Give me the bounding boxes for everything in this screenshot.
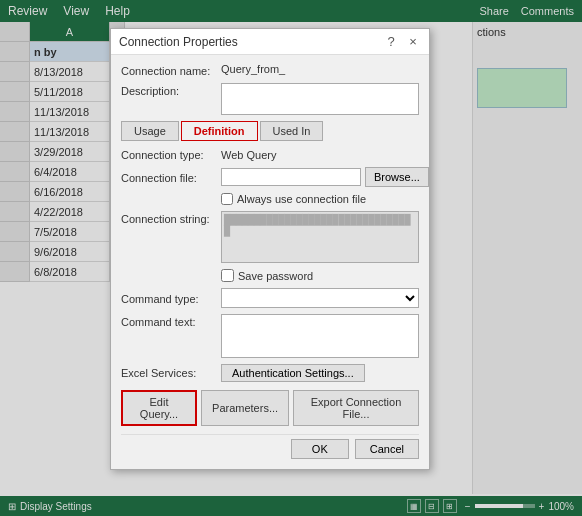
save-password-label: Save password xyxy=(238,270,313,282)
excel-services-label: Excel Services: xyxy=(121,367,221,379)
always-use-row: Always use connection file xyxy=(221,193,419,205)
connection-properties-dialog: Connection Properties ? × Connection nam… xyxy=(110,28,430,470)
connection-name-value: Query_from_ xyxy=(221,63,285,75)
auth-settings-button[interactable]: Authentication Settings... xyxy=(221,364,365,382)
dialog-help-button[interactable]: ? xyxy=(383,34,399,50)
command-text-label: Command text: xyxy=(121,314,221,328)
dialog-title-actions: ? × xyxy=(383,34,421,50)
ok-cancel-row: OK Cancel xyxy=(121,434,419,461)
description-row: Description: xyxy=(121,83,419,115)
connection-string-label: Connection string: xyxy=(121,211,221,225)
dialog-tabs: Usage Definition Used In xyxy=(121,121,419,141)
connection-type-label: Connection type: xyxy=(121,149,221,161)
tab-used-in[interactable]: Used In xyxy=(260,121,324,141)
always-use-checkbox[interactable] xyxy=(221,193,233,205)
connection-string-area[interactable]: ████████████████████████████████ xyxy=(221,211,419,263)
command-text-row: Command text: xyxy=(121,314,419,358)
connection-name-label: Connection name: xyxy=(121,63,221,77)
dialog-body: Connection name: Query_from_ Description… xyxy=(111,55,429,469)
save-password-row: Save password xyxy=(121,269,419,282)
dialog-close-button[interactable]: × xyxy=(405,34,421,50)
tab-usage[interactable]: Usage xyxy=(121,121,179,141)
command-type-select[interactable] xyxy=(221,288,419,308)
save-password-checkbox[interactable] xyxy=(221,269,234,282)
connection-file-label: Connection file: xyxy=(121,170,221,184)
export-button[interactable]: Export Connection File... xyxy=(293,390,419,426)
bottom-buttons-row: Edit Query... Parameters... Export Conne… xyxy=(121,390,419,426)
dialog-title: Connection Properties xyxy=(119,35,238,49)
browse-button[interactable]: Browse... xyxy=(365,167,429,187)
parameters-button[interactable]: Parameters... xyxy=(201,390,289,426)
connection-file-input[interactable] xyxy=(221,168,361,186)
description-input[interactable] xyxy=(221,83,419,115)
command-type-label: Command type: xyxy=(121,291,221,305)
connection-name-row: Connection name: Query_from_ xyxy=(121,63,419,77)
command-text-area[interactable] xyxy=(221,314,419,358)
connection-type-row: Connection type: Web Query xyxy=(121,149,419,161)
always-use-label: Always use connection file xyxy=(237,193,366,205)
connection-file-row: Connection file: Browse... xyxy=(121,167,419,187)
excel-services-row: Excel Services: Authentication Settings.… xyxy=(121,364,419,382)
tab-definition[interactable]: Definition xyxy=(181,121,258,141)
command-type-row: Command type: xyxy=(121,288,419,308)
edit-query-button[interactable]: Edit Query... xyxy=(121,390,197,426)
ok-button[interactable]: OK xyxy=(291,439,349,459)
connection-string-row: Connection string: █████████████████████… xyxy=(121,211,419,263)
description-label: Description: xyxy=(121,83,221,97)
connection-type-value: Web Query xyxy=(221,149,276,161)
dialog-titlebar: Connection Properties ? × xyxy=(111,29,429,55)
cancel-button[interactable]: Cancel xyxy=(355,439,419,459)
